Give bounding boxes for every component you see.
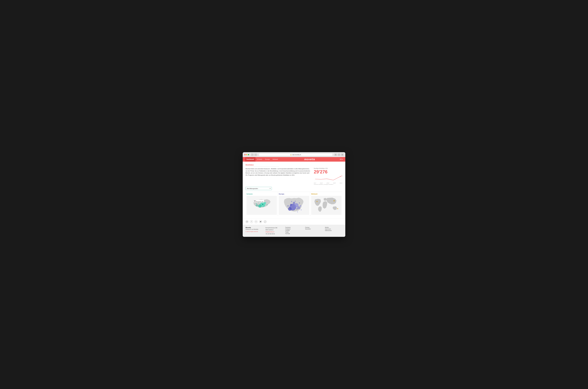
- map-title-weltweit[interactable]: Weltweit: [311, 193, 341, 195]
- schweiz-map-svg: ↖: [247, 196, 277, 213]
- europa-map-svg: [279, 196, 309, 215]
- footer-col-social-links: Facebook Instagram LinkedIn Twitter YouT…: [285, 227, 303, 235]
- browser-page: Dashboard Schweiz Europa Weltweit moveti…: [243, 157, 345, 237]
- close-button[interactable]: [244, 154, 246, 155]
- footer-social-links: Facebook Instagram LinkedIn Twitter YouT…: [285, 227, 303, 234]
- footer-link-medien[interactable]: Medien: [325, 227, 342, 228]
- svg-point-28: [317, 201, 318, 202]
- whatsapp-icon[interactable]: [264, 220, 266, 223]
- section-body: Movetia fördert und unterstützt Austausc…: [246, 168, 311, 176]
- grid-button[interactable]: ⊞: [341, 153, 344, 156]
- svg-point-22: [296, 208, 298, 210]
- lock-icon: 🔒: [290, 154, 292, 155]
- footer-link-facebook[interactable]: Facebook: [285, 227, 303, 228]
- map-panel-weltweit: Weltweit: [310, 192, 342, 216]
- stat-label: Bewilligte Mobilitäten 2021: [314, 168, 342, 169]
- svg-point-29: [333, 200, 335, 201]
- url-text: stat.movetia.ch: [292, 154, 301, 155]
- content-left: Movetia fördert und unterstützt Austausc…: [246, 168, 311, 185]
- browser-window: ‹ › 🔒 stat.movetia.ch ⬆ + ⊞ Dashboard Sc…: [243, 152, 345, 237]
- dropdown-arrow: ▾: [270, 188, 270, 189]
- footer-copyright: © 2022 All rights reserved.: [246, 231, 263, 232]
- forward-button[interactable]: ›: [254, 153, 257, 156]
- social-bar: f in: [243, 219, 345, 225]
- map-area-schweiz[interactable]: Bern Alle Bildungsstufen: 1808: [247, 196, 277, 215]
- dropdown-container: Alle Bildungsstufen ▾: [246, 187, 342, 190]
- svg-point-26: [301, 209, 302, 210]
- svg-point-30: [337, 208, 338, 209]
- maps-grid: Schweiz Bern Alle Bildungsstufen: 1808: [246, 192, 342, 216]
- svg-point-23: [291, 201, 292, 202]
- map-area-weltweit[interactable]: [311, 196, 341, 215]
- footer-link-podcast[interactable]: Podcast: [305, 227, 323, 228]
- map-area-europa[interactable]: [279, 196, 309, 215]
- svg-point-20: [300, 205, 301, 207]
- nav-bar: Dashboard Schweiz Europa Weltweit moveti…: [243, 157, 345, 162]
- sparkline-labels: 2017 2018* 2019* 2020* 2021*: [314, 182, 342, 184]
- footer-col-legal: Medien Impressum Datenschutz: [325, 227, 342, 235]
- svg-point-27: [297, 212, 298, 212]
- stat-number: 29'276: [314, 170, 342, 174]
- footer-link-instagram[interactable]: Instagram: [285, 228, 303, 230]
- nav-schweiz[interactable]: Schweiz: [256, 157, 264, 162]
- minimize-button[interactable]: [246, 154, 247, 155]
- back-button[interactable]: ‹: [251, 153, 254, 156]
- twitter-icon[interactable]: [259, 220, 262, 223]
- footer-link-newsletter[interactable]: Newsletter: [305, 228, 323, 230]
- sparkline-svg: 29'276: [314, 175, 342, 182]
- nav-dashboard[interactable]: Dashboard: [245, 157, 256, 162]
- nav-logo: movetia: [304, 158, 315, 161]
- footer-col-media: Podcast Newsletter: [305, 227, 323, 235]
- traffic-lights: [244, 154, 249, 155]
- maximize-button[interactable]: [248, 154, 249, 155]
- address-bar[interactable]: 🔒 stat.movetia.ch: [259, 154, 332, 156]
- nav-europa[interactable]: Europa: [263, 157, 271, 162]
- svg-point-1: [340, 176, 341, 177]
- svg-point-5: [256, 204, 258, 207]
- nav-lang[interactable]: DE ▾: [340, 159, 343, 160]
- map-title-schweiz[interactable]: Schweiz: [247, 193, 277, 195]
- svg-text:29'276: 29'276: [341, 175, 342, 176]
- bildungsstufen-dropdown[interactable]: Alle Bildungsstufen ▾: [246, 187, 272, 190]
- stat-panel: Bewilligte Mobilitäten 2021 29'276 29'27…: [314, 168, 342, 185]
- map-panel-schweiz: Schweiz Bern Alle Bildungsstufen: 1808: [246, 192, 278, 216]
- svg-point-21: [287, 205, 289, 207]
- browser-chrome: ‹ › 🔒 stat.movetia.ch ⬆ + ⊞: [243, 152, 345, 157]
- footer-link-datenschutz[interactable]: Datenschutz: [325, 230, 342, 231]
- section-title: Mobilitäten: [246, 164, 279, 167]
- footer-address: Dornacherstrasse 28A 4500 Solothurn info…: [265, 227, 283, 235]
- footer-brand: Movetia: [246, 227, 263, 228]
- svg-point-18: [293, 202, 295, 204]
- svg-point-16: [288, 207, 292, 211]
- svg-point-24: [295, 201, 296, 202]
- content-grid: Movetia fördert und unterstützt Austausc…: [246, 168, 342, 185]
- svg-point-4: [258, 204, 261, 208]
- svg-point-11: [263, 205, 264, 206]
- sparkline: 29'276: [314, 175, 342, 182]
- svg-point-25: [299, 202, 300, 203]
- sparkline-footnote: Geförderte Mobilitäten (*bewilligte Mobi…: [314, 184, 342, 185]
- browser-actions: ⬆ + ⊞: [334, 153, 344, 156]
- footer-link-youtube[interactable]: YouTube: [285, 233, 303, 234]
- footer-link-linkedin[interactable]: LinkedIn: [285, 230, 303, 231]
- svg-point-19: [290, 204, 292, 206]
- map-panel-europa: Europa: [278, 192, 310, 216]
- new-tab-button[interactable]: +: [338, 153, 340, 156]
- share-button[interactable]: ⬆: [334, 153, 337, 156]
- footer-link-twitter[interactable]: Twitter: [285, 231, 303, 233]
- svg-text:↖: ↖: [263, 204, 264, 205]
- footer-col-brand: Movetia Austausch und Mobilität © 2022 A…: [246, 227, 263, 235]
- footer-tagline: Austausch und Mobilität: [246, 229, 263, 230]
- footer-link-impressum[interactable]: Impressum: [325, 228, 342, 230]
- weltweit-map-svg: [311, 196, 341, 215]
- map-title-europa[interactable]: Europa: [279, 193, 309, 195]
- instagram-icon[interactable]: [246, 220, 248, 223]
- browser-controls: ‹ ›: [251, 153, 257, 156]
- svg-point-10: [256, 203, 257, 204]
- svg-point-17: [297, 206, 300, 209]
- linkedin-icon[interactable]: in: [255, 220, 257, 223]
- nav-links: Dashboard Schweiz Europa Weltweit: [245, 157, 279, 162]
- svg-point-6: [264, 202, 266, 204]
- facebook-icon[interactable]: f: [250, 220, 253, 223]
- nav-weltweit[interactable]: Weltweit: [271, 157, 279, 162]
